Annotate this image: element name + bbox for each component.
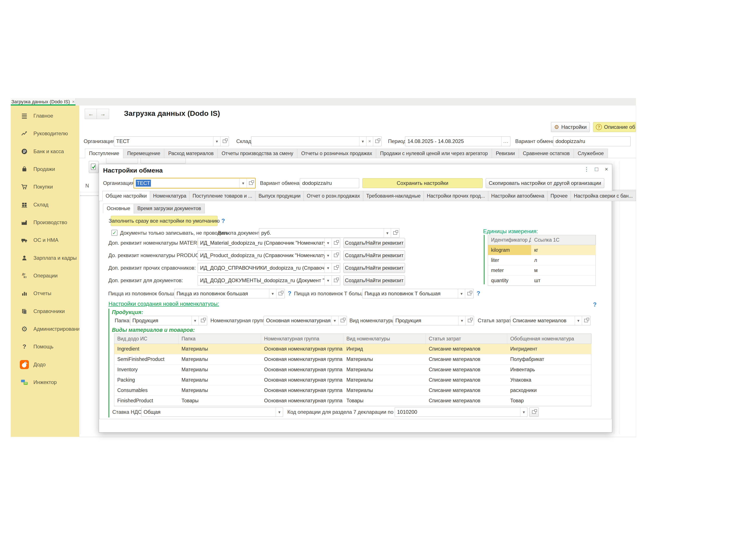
period-field[interactable]: 14.08.2025 - 14.08.2025 ... (405, 136, 510, 146)
organization-field[interactable]: ТЕСТ ▾ (114, 136, 229, 146)
folder-field[interactable]: Продукция ▾ (130, 316, 207, 325)
create-find-attribute-button[interactable]: Создать/Найти реквизит (343, 275, 405, 285)
dropdown-icon[interactable]: ▾ (459, 318, 465, 323)
materials-table-row[interactable]: IngredientМатериалыОсновная номенклатурн… (114, 344, 591, 354)
materials-column-header[interactable]: Номенклатурная группа (261, 334, 343, 344)
warehouse-field[interactable]: ▾ × (251, 136, 382, 146)
sidebar-item-purchases[interactable]: Покупки (11, 180, 79, 193)
main-tab[interactable]: Продажи с нулевой ценой или через агрега… (376, 149, 492, 158)
main-tab[interactable]: Ревизии (492, 149, 519, 158)
create-find-attribute-button[interactable]: Создать/Найти реквизит (343, 263, 405, 273)
create-find-attribute-button[interactable]: Создать/Найти реквизит (343, 238, 405, 248)
help-question-icon[interactable]: ? (593, 301, 597, 308)
vat-code-field[interactable]: 1010200 ▾ (395, 407, 527, 417)
dropdown-icon[interactable]: ▾ (359, 139, 366, 144)
materials-table-row[interactable]: FinishedProductТоварыОсновная номенклату… (114, 396, 591, 406)
units-table-row[interactable]: quantity шт (488, 275, 595, 286)
currency-field[interactable]: руб. ▾ (259, 228, 399, 238)
back-button[interactable]: ← (85, 109, 97, 119)
dropdown-icon[interactable]: ▾ (384, 231, 391, 236)
dialog-menu-icon[interactable]: ⋮ (583, 166, 590, 173)
dialog-tab[interactable]: Требования-накладные (363, 191, 424, 201)
dropdown-icon[interactable]: ▾ (240, 181, 247, 186)
attribute-field[interactable]: ИД_ДОДО_ДОКУМЕНТЫ_dodopizza_ru (Документ… (198, 275, 340, 285)
main-tab[interactable]: Поступление (85, 149, 123, 158)
open-icon[interactable] (334, 254, 338, 257)
dialog-subtab[interactable]: Время загрузки документов (134, 204, 205, 213)
sidebar-item-help[interactable]: ?Помощь (11, 340, 79, 353)
dropdown-icon[interactable]: ▾ (325, 240, 332, 245)
main-tab[interactable]: Расход материалов (164, 149, 218, 158)
sidebar-item-payroll[interactable]: Зарплата и кадры (11, 252, 79, 265)
clear-icon[interactable]: × (366, 138, 373, 144)
open-icon[interactable] (249, 182, 253, 185)
nomenclature-group-field[interactable]: Основная номенклатурная груп ▾ (264, 316, 347, 325)
materials-table-row[interactable]: ConsumablesМатериалыОсновная номенклатур… (114, 385, 591, 396)
units-table-row[interactable]: kilogram кг (488, 245, 595, 255)
materials-column-header[interactable]: Обобщенная номенклатура (507, 334, 591, 344)
dialog-organization-field[interactable]: ТЕСТ ▾ (133, 178, 256, 188)
sidebar-item-operations[interactable]: Дт КтОперации (11, 269, 79, 282)
dropdown-icon[interactable]: ▾ (575, 318, 582, 323)
open-icon[interactable] (334, 266, 338, 270)
sidebar-item-warehouse[interactable]: Склад (11, 198, 79, 211)
open-icon[interactable] (468, 319, 472, 322)
dropdown-icon[interactable]: ▾ (520, 410, 527, 415)
materials-column-header[interactable]: Папка (178, 334, 261, 344)
nomenclature-kind-field[interactable]: Продукция ▾ (393, 316, 474, 325)
exchange-variant-field[interactable]: dodopizza/ru (553, 136, 631, 146)
sidebar-item-sales[interactable]: Продажи (11, 163, 79, 176)
vat-rate-field[interactable]: Общая ▾ (141, 407, 283, 417)
settings-button[interactable]: ⚙ Настройки (551, 122, 590, 132)
main-tab[interactable]: Служебное (574, 149, 608, 158)
open-icon[interactable] (340, 319, 344, 322)
dialog-tab[interactable]: Номенклатура (150, 191, 189, 201)
sidebar-item-production[interactable]: Производство (11, 216, 79, 229)
dialog-tab[interactable]: Отчет о розн.продажах (304, 191, 363, 201)
sidebar-item-manager[interactable]: Руководителю (11, 127, 79, 140)
open-icon[interactable] (223, 140, 227, 143)
dialog-close-icon[interactable]: × (603, 166, 610, 173)
description-button[interactable]: ? Описание об (593, 122, 636, 132)
materials-column-header[interactable]: Статья затрат (426, 334, 507, 344)
sidebar-item-dodo[interactable]: Додо (11, 358, 79, 371)
open-icon[interactable] (375, 140, 379, 143)
dialog-tab[interactable]: Прочее (548, 191, 571, 201)
dropdown-icon[interactable]: ▾ (458, 291, 465, 296)
help-question-icon[interactable]: ? (477, 290, 480, 297)
open-icon[interactable] (467, 292, 471, 295)
dialog-tab[interactable]: Настройки автообмена (488, 191, 548, 201)
main-tab[interactable]: Отчеты производства за смену (218, 149, 297, 158)
pizza-halves-field[interactable]: Пицца из половинок большая ▾ (174, 289, 285, 298)
open-icon[interactable] (201, 319, 205, 322)
sidebar-item-reports[interactable]: Отчеты (11, 287, 79, 300)
open-icon[interactable] (334, 241, 338, 245)
materials-column-header[interactable]: Вид номенклатуры (343, 334, 426, 344)
sidebar-item-injector[interactable]: Инжектор (11, 376, 79, 389)
dialog-tab[interactable]: Выпуск продукции (256, 191, 304, 201)
materials-table-row[interactable]: InventoryМатериалыОсновная номенклатурна… (114, 365, 591, 375)
main-tab[interactable]: Сравнение остатков (519, 149, 574, 158)
cost-item-field[interactable]: Списание материалов ▾ (510, 316, 590, 325)
units-table-row[interactable]: meter м (488, 265, 595, 275)
forward-button[interactable]: → (96, 109, 109, 119)
pizza-halves-t-field[interactable]: Пицца из половинок Т большая ▾ (362, 289, 473, 298)
post-documents-toolbar-button[interactable] (89, 161, 99, 173)
attribute-field[interactable]: ИД_Product_dodopizza_ru (Справочник "Ном… (198, 250, 340, 260)
attribute-field[interactable]: ИД_ДОДО_СПРАВОЧНИКИ_dodopizza_ru (Справо… (198, 263, 340, 273)
sidebar-item-assets[interactable]: ОС и НМА (11, 234, 79, 246)
dropdown-icon[interactable]: ▾ (331, 318, 338, 323)
sidebar-item-main[interactable]: Главное (11, 109, 79, 122)
open-icon[interactable] (584, 319, 588, 322)
units-column-header[interactable]: Ссылка 1С (531, 235, 596, 245)
dropdown-icon[interactable]: ▾ (276, 410, 283, 415)
attribute-field[interactable]: ИД_Material_dodopizza_ru (Справочник "Но… (198, 238, 340, 248)
main-tab[interactable]: Отчеты о розничных продажах (297, 149, 376, 158)
main-tab[interactable]: Перемещение (123, 149, 164, 158)
dropdown-icon[interactable]: ▾ (325, 278, 332, 283)
dropdown-icon[interactable]: ▾ (192, 318, 199, 323)
units-column-header[interactable]: Идентификатор Д... (488, 235, 531, 245)
open-icon[interactable] (393, 231, 397, 235)
tab-close-icon[interactable]: × (72, 99, 75, 105)
dropdown-icon[interactable]: ▾ (325, 266, 332, 270)
